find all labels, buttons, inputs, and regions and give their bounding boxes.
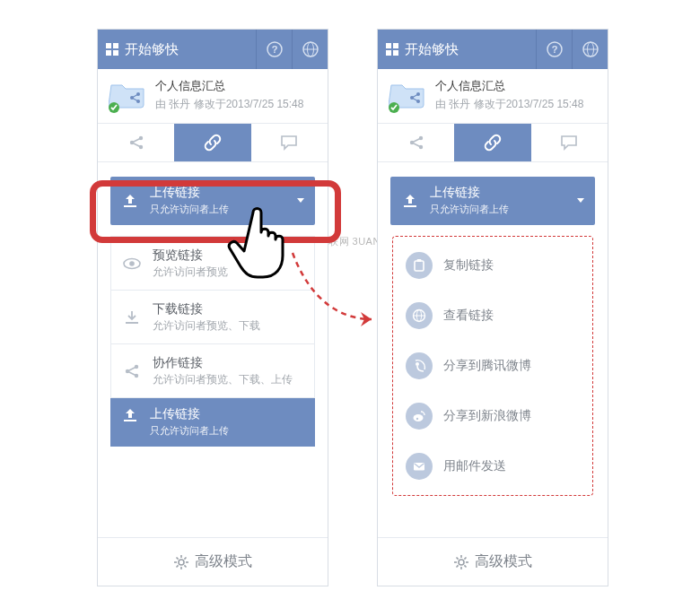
svg-line-35: [177, 557, 179, 559]
svg-line-76: [457, 565, 459, 567]
globe-icon[interactable]: [292, 30, 328, 69]
action-view-link[interactable]: 查看链接: [400, 291, 585, 341]
help-icon[interactable]: ?: [536, 30, 572, 69]
link-type-list: 预览链接允许访问者预览 下载链接允许访问者预览、下载 协作链接允许访问者预览、下…: [110, 236, 315, 398]
download-icon: [122, 301, 142, 333]
tabs: [378, 123, 608, 162]
action-label: 用邮件发送: [443, 458, 506, 474]
file-meta: 由 张丹 修改于2013/7/25 15:48: [155, 97, 303, 112]
chevron-down-icon: [297, 198, 304, 203]
svg-line-77: [464, 557, 466, 559]
action-copy-link[interactable]: 复制链接: [400, 240, 585, 291]
svg-point-69: [459, 560, 464, 565]
sina-weibo-icon: [406, 403, 433, 430]
svg-line-18: [132, 138, 141, 143]
svg-line-28: [127, 371, 136, 376]
tab-link[interactable]: [174, 124, 250, 161]
advanced-label: 高级模式: [475, 552, 532, 571]
advanced-mode[interactable]: 高级模式: [378, 537, 608, 586]
svg-line-37: [177, 565, 179, 567]
action-label: 查看链接: [443, 308, 494, 324]
grid-icon: [105, 42, 119, 56]
svg-line-58: [412, 143, 421, 147]
svg-point-67: [416, 418, 418, 420]
header-bar: 开始够快 ?: [378, 30, 608, 69]
gear-icon: [453, 554, 469, 570]
folder-share-icon: [109, 78, 146, 110]
svg-rect-0: [106, 43, 111, 48]
action-email[interactable]: 用邮件发送: [400, 441, 585, 491]
action-share-tencent[interactable]: 分享到腾讯微博: [400, 341, 585, 391]
svg-line-27: [127, 367, 136, 371]
svg-point-30: [179, 560, 184, 565]
upload-link-dropdown[interactable]: 上传链接 只允许访问者上传: [110, 177, 315, 225]
upload-link-title: 上传链接: [430, 185, 566, 201]
svg-rect-29: [124, 420, 136, 421]
upload-icon: [121, 192, 139, 210]
file-info: 个人信息汇总 由 张丹 修改于2013/7/25 15:48: [378, 69, 608, 123]
link-type-preview[interactable]: 预览链接允许访问者预览: [111, 237, 314, 291]
upload-icon: [401, 192, 419, 210]
svg-point-66: [414, 414, 424, 421]
mail-icon: [406, 453, 433, 480]
svg-rect-42: [393, 50, 398, 56]
link-type-title: 下载链接: [153, 301, 260, 317]
tabs: [98, 123, 328, 162]
link-type-sub: 允许访问者预览、下载、上传: [153, 373, 293, 387]
actions-box: 复制链接 查看链接 分享到腾讯微博 分享到新浪微博 用邮件发送: [392, 236, 593, 496]
tab-share[interactable]: [378, 124, 454, 161]
svg-line-19: [132, 143, 141, 147]
svg-rect-23: [126, 322, 138, 324]
svg-rect-60: [415, 261, 424, 271]
svg-point-22: [129, 261, 135, 266]
tencent-weibo-icon: [406, 352, 433, 379]
clipboard-icon: [406, 252, 433, 279]
link-type-sub: 允许访问者预览: [153, 265, 228, 279]
action-label: 分享到腾讯微博: [443, 358, 531, 374]
action-share-sina[interactable]: 分享到新浪微博: [400, 391, 585, 441]
arrow-icon: [289, 249, 388, 348]
header-bar: 开始够快 ?: [98, 30, 328, 69]
file-info: 个人信息汇总 由 张丹 修改于2013/7/25 15:48: [98, 69, 328, 123]
help-icon[interactable]: ?: [256, 30, 292, 69]
upload-link-sub: 只允许访问者上传: [150, 424, 229, 438]
header-title: 开始够快: [405, 41, 459, 58]
globe-small-icon: [406, 302, 433, 329]
svg-text:?: ?: [551, 44, 557, 55]
action-label: 复制链接: [443, 257, 494, 274]
link-type-collab[interactable]: 协作链接允许访问者预览、下载、上传: [111, 344, 314, 397]
tab-share[interactable]: [98, 124, 174, 161]
upload-link-title: 上传链接: [150, 406, 229, 422]
svg-rect-1: [113, 43, 118, 48]
panel-right: 开始够快 ? 个人信息汇总 由 张丹 修改于2013/7/25 15:48: [377, 29, 608, 586]
svg-rect-2: [106, 50, 111, 56]
gear-icon: [173, 554, 189, 570]
advanced-mode[interactable]: 高级模式: [98, 537, 328, 586]
tab-link[interactable]: [454, 124, 530, 161]
upload-link-bar[interactable]: 上传链接 只允许访问者上传: [110, 398, 315, 447]
svg-rect-3: [113, 50, 118, 56]
svg-line-38: [184, 557, 186, 559]
chevron-down-icon: [577, 198, 584, 203]
share-icon: [122, 355, 142, 387]
svg-text:?: ?: [271, 44, 277, 55]
tab-comment[interactable]: [251, 124, 328, 161]
eye-icon: [122, 248, 142, 279]
folder-share-icon: [389, 78, 426, 110]
file-meta: 由 张丹 修改于2013/7/25 15:48: [435, 97, 583, 112]
upload-icon: [121, 406, 139, 438]
header-title: 开始够快: [125, 41, 179, 58]
svg-line-57: [412, 138, 421, 143]
svg-rect-41: [386, 50, 391, 56]
file-name: 个人信息汇总: [155, 78, 303, 94]
svg-rect-61: [417, 259, 422, 262]
upload-link-sub: 只允许访问者上传: [430, 203, 566, 216]
upload-link-dropdown[interactable]: 上传链接 只允许访问者上传: [390, 177, 595, 225]
globe-icon[interactable]: [572, 30, 608, 69]
svg-rect-59: [404, 205, 416, 207]
svg-point-65: [416, 362, 419, 366]
link-type-download[interactable]: 下载链接允许访问者预览、下载: [111, 291, 314, 344]
svg-line-36: [184, 565, 186, 567]
link-type-sub: 允许访问者预览、下载: [153, 319, 260, 333]
tab-comment[interactable]: [531, 124, 608, 161]
